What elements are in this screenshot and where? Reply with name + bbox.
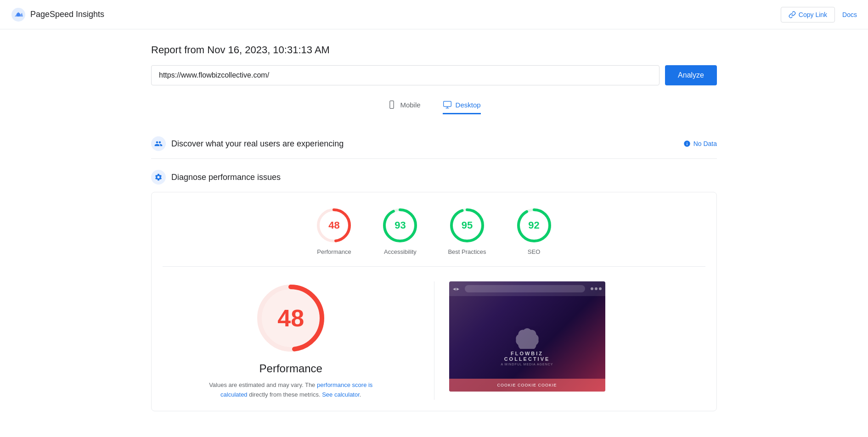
- cookie-text: COOKIE COOKIE COOKIE: [497, 383, 557, 387]
- nav-dot: [595, 287, 597, 290]
- accessibility-label: Accessibility: [384, 248, 417, 255]
- nav-dot: [599, 287, 602, 290]
- best-practices-label: Best Practices: [448, 248, 486, 255]
- detail-left: 48 Performance Values are estimated and …: [163, 281, 419, 400]
- description-text: Values are estimated and may vary. The: [209, 381, 315, 388]
- tabs-row: Mobile Desktop: [151, 100, 717, 114]
- accessibility-score: 93: [395, 219, 406, 231]
- tab-mobile-label: Mobile: [400, 101, 420, 109]
- tab-desktop-label: Desktop: [456, 101, 481, 109]
- people-icon: [154, 140, 163, 148]
- seo-label: SEO: [528, 248, 540, 255]
- site-brand-text: FLOWBIZ COLLECTIVE A MINDFUL MEDIA AGENC…: [501, 351, 553, 366]
- description-middle: directly from these metrics.: [249, 391, 322, 398]
- desktop-icon: [443, 100, 452, 109]
- no-data-label: No Data: [693, 140, 717, 147]
- score-description: Values are estimated and may vary. The p…: [203, 381, 378, 400]
- url-row: Analyze: [151, 65, 717, 85]
- description-end: .: [360, 391, 361, 398]
- analyze-button[interactable]: Analyze: [665, 65, 717, 85]
- scores-summary-row: 48 Performance 93 Accessibility: [163, 207, 705, 267]
- score-best-practices[interactable]: 95 Best Practices: [448, 207, 486, 255]
- nav-dot: [591, 287, 593, 290]
- pagespeed-logo-icon: [11, 7, 26, 22]
- logo: PageSpeed Insights: [11, 7, 104, 22]
- detail-right: ◀ ▶: [449, 281, 706, 400]
- url-input[interactable]: [151, 65, 659, 85]
- link-icon: [789, 11, 796, 18]
- header: PageSpeed Insights Copy Link Docs: [0, 0, 868, 29]
- seo-score: 92: [528, 219, 539, 231]
- svg-rect-4: [443, 101, 451, 107]
- copy-link-label: Copy Link: [799, 11, 827, 18]
- report-date: Report from Nov 16, 2023, 10:31:13 AM: [151, 44, 717, 56]
- score-performance[interactable]: 48 Performance: [316, 207, 352, 255]
- screenshot-header: ◀ ▶: [449, 281, 605, 296]
- seo-circle: 92: [516, 207, 552, 244]
- score-seo[interactable]: 92 SEO: [516, 207, 552, 255]
- best-practices-score: 95: [462, 219, 473, 231]
- accessibility-circle: 93: [382, 207, 418, 244]
- performance-score: 48: [328, 219, 339, 231]
- large-performance-label: Performance: [259, 362, 322, 375]
- tab-mobile[interactable]: Mobile: [387, 100, 420, 114]
- score-accessibility[interactable]: 93 Accessibility: [382, 207, 418, 255]
- large-performance-circle: 48: [254, 281, 327, 355]
- real-users-title: Discover what your real users are experi…: [171, 139, 344, 149]
- no-data-area[interactable]: No Data: [683, 140, 717, 147]
- performance-circle: 48: [316, 207, 352, 244]
- settings-icon: [154, 173, 163, 181]
- header-actions: Copy Link Docs: [781, 7, 857, 22]
- svg-point-1: [17, 13, 20, 17]
- detail-section: 48 Performance Values are estimated and …: [163, 267, 705, 400]
- info-icon: [683, 140, 691, 147]
- performance-label: Performance: [317, 248, 351, 255]
- tab-desktop[interactable]: Desktop: [443, 100, 481, 114]
- scores-card: 48 Performance 93 Accessibility: [151, 192, 717, 411]
- best-practices-circle: 95: [449, 207, 485, 244]
- main-content: Report from Nov 16, 2023, 10:31:13 AM An…: [140, 29, 728, 437]
- diagnose-title: Diagnose performance issues: [171, 173, 281, 182]
- calculator-link[interactable]: See calculator: [322, 391, 360, 398]
- mobile-icon: [387, 100, 396, 109]
- site-screenshot: ◀ ▶: [449, 281, 605, 392]
- large-performance-score: 48: [277, 304, 304, 332]
- svg-rect-2: [390, 101, 394, 109]
- lotus-icon: [509, 317, 546, 349]
- vertical-divider: [434, 281, 434, 400]
- logo-text: PageSpeed Insights: [30, 10, 104, 19]
- diagnose-section: Diagnose performance issues: [151, 162, 717, 192]
- copy-link-button[interactable]: Copy Link: [781, 7, 835, 22]
- docs-link[interactable]: Docs: [842, 11, 857, 18]
- diagnose-icon: [151, 170, 166, 185]
- screenshot-cookie-bar: COOKIE COOKIE COOKIE: [449, 379, 605, 392]
- real-users-section: Discover what your real users are experi…: [151, 129, 717, 159]
- real-users-icon: [151, 136, 166, 151]
